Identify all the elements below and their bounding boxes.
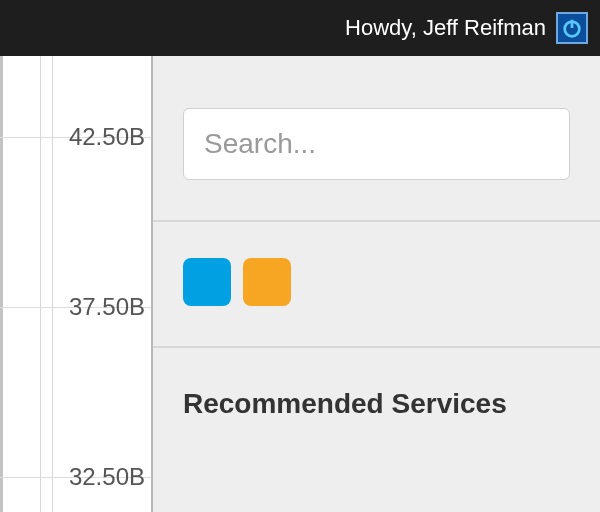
gridline bbox=[40, 56, 41, 512]
recommended-panel: Recommended Services bbox=[153, 348, 600, 448]
swatch-blue[interactable] bbox=[183, 258, 231, 306]
y-axis-label: 42.50B bbox=[69, 123, 145, 151]
swatch-orange[interactable] bbox=[243, 258, 291, 306]
search-panel bbox=[153, 56, 600, 222]
y-axis-label: 32.50B bbox=[69, 463, 145, 491]
search-input[interactable] bbox=[183, 108, 570, 180]
admin-topbar: Howdy, Jeff Reifman bbox=[0, 0, 600, 56]
power-icon[interactable] bbox=[556, 12, 588, 44]
gridline bbox=[52, 56, 53, 512]
swatch-row bbox=[183, 258, 570, 306]
gridline bbox=[0, 56, 3, 512]
greeting-text[interactable]: Howdy, Jeff Reifman bbox=[345, 15, 546, 41]
recommended-title: Recommended Services bbox=[183, 388, 570, 420]
y-axis-label: 37.50B bbox=[69, 293, 145, 321]
chart-y-axis: 42.50B 37.50B 32.50B bbox=[0, 56, 153, 512]
body-region: 42.50B 37.50B 32.50B Recommended Service… bbox=[0, 56, 600, 512]
side-panels: Recommended Services bbox=[153, 56, 600, 512]
color-swatch-panel bbox=[153, 222, 600, 348]
